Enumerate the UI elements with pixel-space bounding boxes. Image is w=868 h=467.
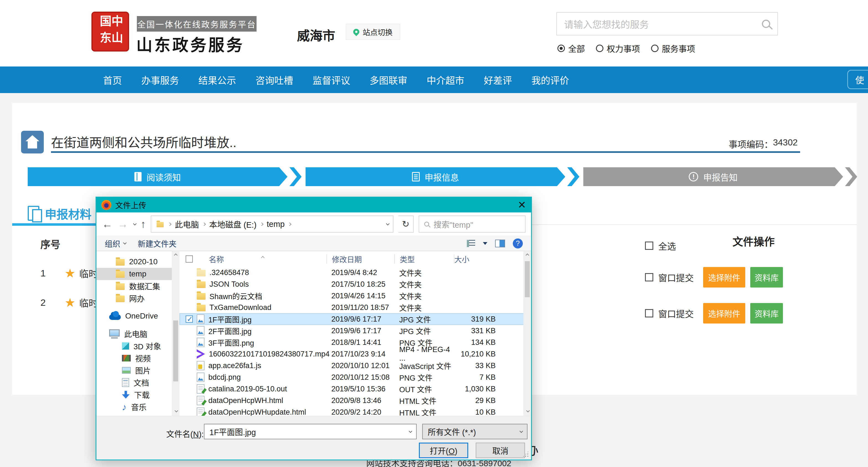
row-checkbox[interactable] <box>186 315 193 323</box>
header-checkbox[interactable] <box>186 255 193 262</box>
close-icon[interactable]: ✕ <box>518 200 526 210</box>
cancel-button[interactable]: 取消 <box>476 443 525 458</box>
search-filter[interactable]: 服务事项 <box>651 42 695 54</box>
search-filter[interactable]: 全部 <box>557 42 585 54</box>
nav-item[interactable]: 咨询吐槽 <box>255 73 293 87</box>
preview-pane-icon[interactable] <box>495 240 505 247</box>
dialog-titlebar[interactable]: 文件上传 ✕ <box>96 197 531 213</box>
sidebar-onedrive[interactable]: OneDrive <box>96 310 179 322</box>
scrollbar-thumb[interactable] <box>173 320 178 381</box>
sidebar-item[interactable]: 下载 <box>96 388 179 401</box>
window-submit-checkbox[interactable] <box>645 309 653 317</box>
file-row[interactable]: dataOpenHcpWH.html2020/9/8 13:46HTML 文件2… <box>180 395 531 406</box>
nav-item[interactable]: 结果公示 <box>198 73 236 87</box>
file-row[interactable]: 1F平面图.jpg2019/9/6 17:17JPG 文件319 KB <box>180 313 531 325</box>
nav-item[interactable]: 多图联审 <box>370 73 407 87</box>
address-bar[interactable]: 此电脑本地磁盘 (E:)temp <box>151 216 394 233</box>
sidebar-folder[interactable]: 数据汇集 <box>96 280 179 292</box>
nav-item[interactable]: 好差评 <box>484 73 512 87</box>
organize-menu[interactable]: 组织 <box>105 238 125 249</box>
file-row[interactable]: TxGameDownload2019/11/20 18:57文件夹 <box>180 302 531 313</box>
new-folder-button[interactable]: 新建文件夹 <box>138 238 177 249</box>
sidebar-this-pc[interactable]: 此电脑 <box>96 328 179 340</box>
file-row[interactable]: app.ace26fa1.js2020/10/10 12:01JavaScrip… <box>180 360 531 371</box>
dialog-search-input[interactable]: 搜索"temp" <box>418 216 526 233</box>
file-row[interactable]: JSON Tools2017/5/10 18:25文件夹 <box>180 278 531 290</box>
breadcrumb: 此电脑本地磁盘 (E:)temp <box>175 218 291 230</box>
site-switch-button[interactable]: 站点切换 <box>346 24 400 40</box>
breadcrumb-item[interactable]: 本地磁盘 (E:) <box>209 218 256 230</box>
select-all-checkbox[interactable] <box>645 242 653 250</box>
back-icon[interactable]: ← <box>102 219 113 229</box>
file-row[interactable]: 3F平面图.png2018/9/1 14:41PNG 文件134 KB <box>180 337 531 348</box>
file-row[interactable]: 1606032210171019824380717.mp42017/10/23 … <box>180 348 531 360</box>
sidebar-item[interactable]: 视频 <box>96 352 179 364</box>
scrollbar-thumb[interactable] <box>525 261 530 297</box>
step-read-notice[interactable]: 阅读须知 <box>28 167 302 186</box>
file-name: 1606032210171019824380717.mp4 <box>209 350 330 359</box>
column-type[interactable]: 类型 <box>394 254 454 264</box>
file-row[interactable]: Shawn的云文档2019/4/26 14:15文件夹 <box>180 290 531 302</box>
list-scrollbar[interactable] <box>523 251 531 416</box>
map-pin-icon <box>352 27 361 36</box>
sidebar-item[interactable]: 文档 <box>96 376 179 388</box>
history-chevron-icon[interactable] <box>133 222 136 225</box>
tab-declare-materials[interactable]: 申报材料 <box>28 202 91 224</box>
file-row[interactable]: 2F平面图.jpg2019/9/6 17:17JPG 文件331 KB <box>180 325 531 337</box>
shandong-seal-logo: 中国 山东 <box>91 12 129 52</box>
sidebar-folder[interactable]: temp <box>96 268 179 280</box>
library-button[interactable]: 资料库 <box>750 303 783 323</box>
scroll-up-icon[interactable] <box>526 253 529 257</box>
step-declare-notify[interactable]: !申报告知 <box>583 167 857 186</box>
nav-item[interactable]: 中介超市 <box>427 73 464 87</box>
file-row[interactable]: catalina.2019-05-10.out2019/5/10 15:36OU… <box>180 383 531 395</box>
sidebar-item[interactable]: ♪音乐 <box>96 401 179 413</box>
search-filter[interactable]: 权力事项 <box>596 42 640 54</box>
filename-label: 文件名(N): <box>166 428 204 439</box>
sidebar-folder[interactable]: 网办 <box>96 292 179 304</box>
scroll-down-icon[interactable] <box>175 409 178 412</box>
column-date[interactable]: 修改日期 <box>327 254 394 264</box>
open-button[interactable]: 打开(O) <box>419 443 468 458</box>
radio-icon[interactable] <box>596 44 603 52</box>
up-icon[interactable]: ↑ <box>141 219 146 229</box>
notice-icon <box>134 172 142 181</box>
nav-item[interactable]: 办事服务 <box>141 73 179 87</box>
nav-item[interactable]: 我的评价 <box>531 73 569 87</box>
scroll-down-icon[interactable] <box>526 409 530 412</box>
address-dropdown-icon[interactable] <box>386 222 390 225</box>
sidebar-scrollbar[interactable] <box>172 251 180 416</box>
filetype-select[interactable]: 所有文件 (*.*) <box>422 424 527 439</box>
service-search-input[interactable]: 请输入您想找的服务 <box>556 12 778 35</box>
sidebar-item[interactable]: 图片 <box>96 364 179 376</box>
nav-item[interactable]: 首页 <box>103 73 122 87</box>
radio-icon[interactable] <box>651 44 658 52</box>
firefox-icon <box>101 200 112 210</box>
select-attachment-button[interactable]: 选择附件 <box>703 303 745 323</box>
select-attachment-button[interactable]: 选择附件 <box>703 267 745 287</box>
file-name-cell: .324658478 <box>180 269 327 277</box>
help-icon[interactable]: ? <box>513 239 523 248</box>
sidebar-folder[interactable]: 2020-10 <box>96 256 179 268</box>
nav-partial-button[interactable]: 使 <box>847 70 868 89</box>
radio-icon[interactable] <box>557 44 565 52</box>
filename-input[interactable]: 1F平面图.jpg <box>204 424 417 439</box>
breadcrumb-item[interactable]: temp <box>267 220 284 229</box>
window-submit-checkbox[interactable] <box>645 273 653 281</box>
library-button[interactable]: 资料库 <box>750 267 783 287</box>
view-dropdown-icon[interactable] <box>483 242 487 245</box>
file-row[interactable]: .3246584782019/9/4 8:42文件夹 <box>180 267 531 278</box>
filename-dropdown-icon[interactable] <box>409 429 412 433</box>
step-declare-info[interactable]: 申报信息 <box>306 167 580 186</box>
nav-item[interactable]: 监督评议 <box>312 73 350 87</box>
scroll-up-icon[interactable] <box>174 253 178 257</box>
refresh-icon[interactable]: ↻ <box>398 216 414 233</box>
file-row[interactable]: bdcdj.png2020/10/12 15:08PNG 文件7 KB <box>180 371 531 383</box>
column-size[interactable]: 大小 <box>454 254 502 264</box>
list-view-icon[interactable] <box>467 240 475 247</box>
column-name[interactable]: 名称 <box>209 254 224 264</box>
breadcrumb-item[interactable]: 此电脑 <box>175 218 199 230</box>
file-row[interactable]: dataOpenHcpWHupdate.html2020/9/2 14:20HT… <box>180 406 531 416</box>
forward-icon[interactable]: → <box>118 219 128 229</box>
sidebar-item[interactable]: 3D 对象 <box>96 340 179 352</box>
